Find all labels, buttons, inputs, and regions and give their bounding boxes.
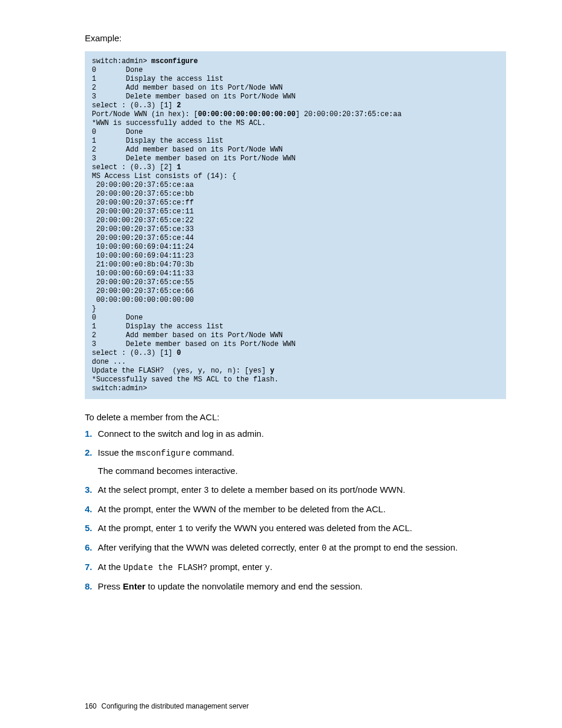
code-line: 3 Delete member based on its Port/Node W… [92,154,296,163]
step-2: Issue the msconfigure command. The comma… [85,447,506,477]
code-line: } [92,305,96,313]
inline-code: msconfigure [136,449,190,458]
page-number: 160 [85,702,97,710]
code-line: 21:00:00:e0:8b:04:70:3b [92,261,194,269]
step-text: to delete a member based on its port/nod… [209,485,406,495]
inline-code: 3 [204,486,209,495]
page-footer: 160Configuring the distributed managemen… [85,702,249,710]
code-bold: y [270,367,274,375]
code-bold: 0 [177,349,181,357]
inline-code: Update the FLASH? [123,563,207,572]
code-line: 20:00:00:20:37:65:ce:ff [92,199,194,207]
code-line: MS Access List consists of (14): { [92,172,236,180]
code-bold: 00:00:00:00:00:00:00:00 [198,110,296,118]
code-line: switch:admin> [92,57,151,65]
code-bold: msconfigure [151,57,198,65]
code-example: switch:admin> msconfigure 0 Done 1 Displ… [85,51,506,399]
step-8: Press Enter to update the nonvolatile me… [85,581,506,592]
code-line: 1 Display the access list [92,322,223,331]
step-1: Connect to the switch and log in as admi… [85,428,506,440]
code-line: 10:00:00:60:69:04:11:33 [92,269,194,278]
code-line: 3 Delete member based on its Port/Node W… [92,93,296,101]
code-line: 2 Add member based on its Port/Node WWN [92,146,283,154]
code-line: 20:00:00:20:37:65:ce:55 [92,278,194,286]
step-text: At the select prompt, enter [98,485,204,495]
code-line: done ... [92,358,126,366]
code-line: 10:00:00:60:69:04:11:24 [92,243,194,251]
code-bold: 1 [177,163,181,172]
code-line: *WWN is successfully added to the MS ACL… [92,119,266,127]
code-line: *Successfully saved the MS ACL to the fl… [92,375,279,384]
code-line: 0 Done [92,128,143,136]
step-text: command. [190,447,234,457]
step-text: prompt, enter [207,562,265,572]
step-text: . [270,562,272,572]
step-6: After verifying that the WWN was deleted… [85,542,506,554]
step-text: At the prompt, enter [98,523,178,533]
code-line: 2 Add member based on its Port/Node WWN [92,331,283,340]
code-line: ] 20:00:00:20:37:65:ce:aa [296,110,402,118]
code-line: 2 Add member based on its Port/Node WWN [92,84,283,92]
step-text: at the prompt to end the session. [326,542,458,552]
step-subtext: The command becomes interactive. [98,465,506,477]
steps-list: Connect to the switch and log in as admi… [85,428,506,592]
code-line: switch:admin> [92,384,147,393]
step-5: At the prompt, enter 1 to verify the WWN… [85,522,506,535]
code-bold: 2 [177,101,181,110]
code-line: select : (0..3) [2] [92,163,177,172]
bold-text: Enter [123,581,146,591]
code-line: 20:00:00:20:37:65:ce:44 [92,234,194,242]
code-line: select : (0..3) [1] [92,349,177,357]
intro-text: To delete a member from the ACL: [85,412,506,422]
code-line: 20:00:00:20:37:65:ce:11 [92,207,194,216]
code-line: 1 Display the access list [92,137,223,145]
step-4: At the prompt, enter the WWN of the memb… [85,503,506,515]
page: Example: switch:admin> msconfigure 0 Don… [0,0,562,728]
code-line: 20:00:00:20:37:65:ce:bb [92,190,194,198]
code-line: 20:00:00:20:37:65:ce:aa [92,181,194,189]
code-line: select : (0..3) [1] [92,101,177,110]
inline-code: 1 [178,524,183,533]
code-line: 3 Delete member based on its Port/Node W… [92,340,296,348]
step-3: At the select prompt, enter 3 to delete … [85,484,506,496]
step-text: Issue the [98,447,136,457]
code-line: 00:00:00:00:00:00:00:00 [92,296,194,304]
code-line: Port/Node WWN (in hex): [ [92,110,198,118]
step-7: At the Update the FLASH? prompt, enter y… [85,561,506,574]
inline-code: y [265,563,270,572]
step-text: Press [98,581,123,591]
code-line: 1 Display the access list [92,75,223,83]
step-text: At the prompt, enter the WWN of the memb… [98,504,386,514]
step-text: to verify the WWN you entered was delete… [183,523,412,533]
code-line: 0 Done [92,66,143,74]
step-text: After verifying that the WWN was deleted… [98,542,322,552]
code-line: 20:00:00:20:37:65:ce:22 [92,216,194,225]
code-line: 20:00:00:20:37:65:ce:66 [92,287,194,295]
code-line: Update the FLASH? (yes, y, no, n): [yes] [92,367,270,375]
step-text: to update the nonvolatile memory and end… [146,581,363,591]
code-line: 10:00:00:60:69:04:11:23 [92,252,194,260]
code-line: 0 Done [92,314,143,322]
footer-title: Configuring the distributed management s… [101,702,249,710]
example-label: Example: [85,33,506,43]
code-line: 20:00:00:20:37:65:ce:33 [92,225,194,233]
step-text: Connect to the switch and log in as admi… [98,429,264,439]
step-text: At the [98,562,123,572]
